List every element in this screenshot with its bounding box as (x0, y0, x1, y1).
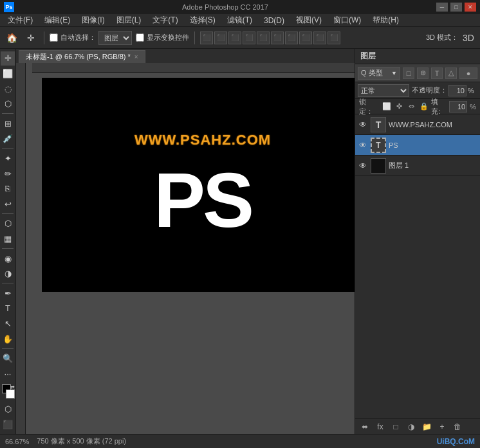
ps-text-layer: PS (154, 161, 252, 238)
menu-filter[interactable]: 滤镜(T) (222, 13, 257, 27)
layer-name-url: WWW.PSAHZ.COM (389, 121, 477, 129)
align-left-button[interactable]: ⬛ (200, 31, 213, 44)
menu-view[interactable]: 视图(V) (291, 13, 327, 27)
menu-bar: 文件(F) 编辑(E) 图像(I) 图层(L) 文字(T) 选择(S) 滤镜(T… (0, 14, 480, 27)
lock-row: 锁定： ⬜ ✜ ⇔ 🔒 填充: % (355, 99, 480, 114)
tab-close-button[interactable]: × (134, 53, 138, 60)
close-button[interactable]: ✕ (465, 3, 476, 12)
layer-item-url[interactable]: 👁 T WWW.PSAHZ.COM (355, 114, 480, 135)
align-middle-button[interactable]: ⬛ (257, 31, 270, 44)
lock-pixels-icon[interactable]: ✜ (394, 102, 404, 112)
new-layer-button[interactable]: + (436, 421, 448, 433)
layer-eye-url[interactable]: 👁 (358, 120, 368, 130)
maximize-button[interactable]: □ (450, 3, 462, 12)
filter-toggle[interactable]: ● (459, 67, 477, 79)
distribute-center-button[interactable]: ⬛ (299, 31, 312, 44)
distribute-top-button[interactable]: ⬛ (328, 31, 340, 44)
menu-edit[interactable]: 编辑(E) (39, 13, 75, 27)
new-group-button[interactable]: 📁 (421, 421, 432, 433)
document-tab[interactable]: 未标题-1 @ 66.7% (PS, RGB/8) * × (19, 50, 145, 63)
blend-mode-select[interactable]: 正常 (358, 84, 409, 97)
background-color[interactable] (6, 390, 15, 399)
color-swatch[interactable]: ⇄ (1, 384, 15, 399)
menu-layer[interactable]: 图层(L) (111, 13, 147, 27)
distribute-right-button[interactable]: ⬛ (313, 31, 326, 44)
menu-help[interactable]: 帮助(H) (367, 13, 404, 27)
lock-all-icon[interactable]: 🔒 (419, 102, 429, 112)
lock-position-icon[interactable]: ⇔ (407, 102, 416, 112)
delete-layer-button[interactable]: 🗑 (452, 421, 463, 433)
status-bar: 66.67% 750 像素 x 500 像素 (72 ppi) UiBQ.CoM (0, 434, 480, 448)
pen-tool[interactable]: ✒ (1, 286, 15, 300)
hand-tool[interactable]: ✋ (1, 332, 15, 346)
path-select-tool[interactable]: ↖ (1, 317, 15, 331)
menu-image[interactable]: 图像(I) (77, 13, 109, 27)
menu-window[interactable]: 窗口(W) (328, 13, 366, 27)
crop-tool[interactable]: ⊞ (1, 116, 15, 130)
menu-3d[interactable]: 3D(D) (259, 15, 290, 26)
layer-eye-ps[interactable]: 👁 (358, 140, 368, 150)
layer-fx-button[interactable]: fx (374, 421, 386, 433)
clone-tool[interactable]: ⎘ (1, 182, 15, 196)
align-top-button[interactable]: ⬛ (243, 31, 255, 44)
spot-heal-tool[interactable]: ✦ (1, 152, 15, 166)
zoom-tool[interactable]: 🔍 (1, 352, 15, 366)
auto-select-checkbox[interactable] (50, 33, 58, 42)
show-transform-group: 显示变换控件 (136, 33, 189, 42)
add-mask-button[interactable]: □ (390, 421, 402, 433)
filter-type-dropdown[interactable]: Q 类型 ▼ (358, 67, 400, 80)
align-center-button[interactable]: ⬛ (214, 31, 227, 44)
dodge-tool[interactable]: ◑ (1, 267, 15, 281)
lock-transparent-icon[interactable]: ⬜ (382, 102, 391, 112)
menu-type[interactable]: 文字(T) (147, 13, 183, 27)
tab-bar: 未标题-1 @ 66.7% (PS, RGB/8) * × (16, 49, 355, 63)
quick-select-tool[interactable]: ⬡ (1, 97, 15, 111)
lasso-tool[interactable]: ◌ (1, 82, 15, 96)
vertical-ruler (16, 63, 26, 434)
minimize-button[interactable]: ─ (436, 3, 448, 12)
blur-tool[interactable]: ◉ (1, 251, 15, 265)
menu-select[interactable]: 选择(S) (185, 13, 221, 27)
filter-shape-icon[interactable]: △ (445, 67, 457, 79)
window-title: Adobe Photoshop CC 2017 (14, 3, 436, 11)
filter-type-label: Q 类型 (361, 68, 383, 78)
align-bottom-button[interactable]: ⬛ (271, 31, 284, 44)
marquee-tool[interactable]: ⬜ (1, 67, 15, 81)
layers-filter-row: Q 类型 ▼ □ ⊕ T △ ● (355, 64, 480, 82)
gradient-tool[interactable]: ▦ (1, 232, 15, 246)
quick-mask-tool[interactable]: ⬡ (1, 402, 15, 417)
eraser-tool[interactable]: ⬡ (1, 217, 15, 231)
home-button[interactable]: 🏠 (4, 30, 19, 46)
move-tool-button[interactable]: ✛ (23, 30, 39, 46)
swap-colors-icon[interactable]: ⇄ (10, 384, 15, 390)
link-layers-button[interactable]: ⬌ (359, 421, 371, 433)
3d-mode-group: 3D 模式： 3D (426, 30, 476, 46)
3d-mode-button[interactable]: 3D (461, 30, 476, 46)
auto-select-group: 自动选择： 图层 (50, 31, 132, 45)
extra-tools[interactable]: ··· (1, 366, 15, 381)
brush-tool[interactable]: ✏ (1, 166, 15, 181)
new-adjustment-button[interactable]: ◑ (405, 421, 417, 433)
layer-item-ps[interactable]: 👁 T PS (355, 135, 480, 156)
screen-mode-tool[interactable]: ⬛ (1, 417, 15, 431)
move-tool[interactable]: ✛ (1, 51, 15, 66)
watermark: UiBQ.CoM (437, 437, 475, 446)
filter-pixel-icon[interactable]: □ (403, 67, 414, 79)
fill-input[interactable] (449, 101, 467, 112)
eyedropper-tool[interactable]: 💉 (1, 132, 15, 146)
layer-item-bg[interactable]: 👁 图层 1 (355, 156, 480, 176)
align-right-button[interactable]: ⬛ (228, 31, 241, 44)
history-brush-tool[interactable]: ↩ (1, 197, 15, 211)
opacity-input[interactable] (448, 85, 466, 96)
layer-eye-bg[interactable]: 👁 (358, 161, 368, 171)
canvas-background: WWW.PSAHZ.COM PS (42, 78, 355, 292)
menu-file[interactable]: 文件(F) (3, 13, 38, 27)
filter-type-icon[interactable]: T (431, 67, 443, 79)
fill-label: 填充: (431, 97, 447, 116)
filter-adjust-icon[interactable]: ⊕ (417, 67, 429, 79)
show-transform-checkbox[interactable] (136, 33, 144, 42)
canvas-area: 未标题-1 @ 66.7% (PS, RGB/8) * × WWW.PSAHZ.… (16, 49, 355, 434)
type-tool[interactable]: T (1, 301, 15, 316)
distribute-left-button[interactable]: ⬛ (285, 31, 298, 44)
auto-select-dropdown[interactable]: 图层 (98, 31, 132, 45)
